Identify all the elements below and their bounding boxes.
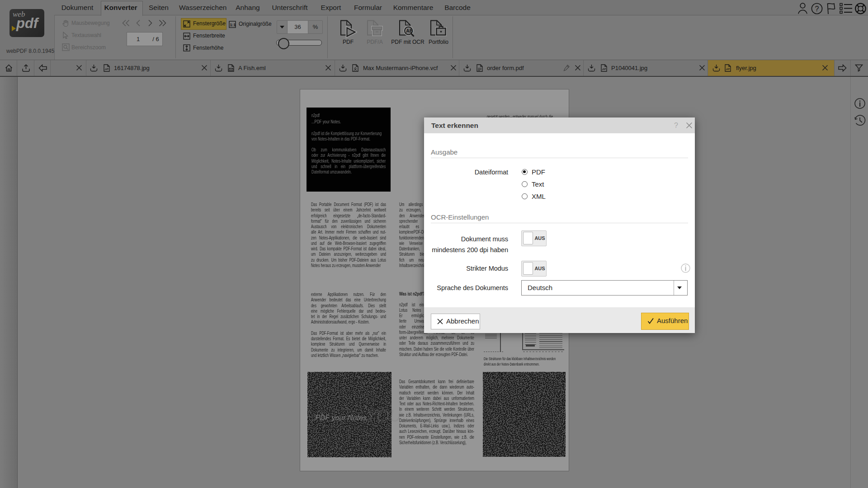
svg-text:?: ? [674,122,678,129]
